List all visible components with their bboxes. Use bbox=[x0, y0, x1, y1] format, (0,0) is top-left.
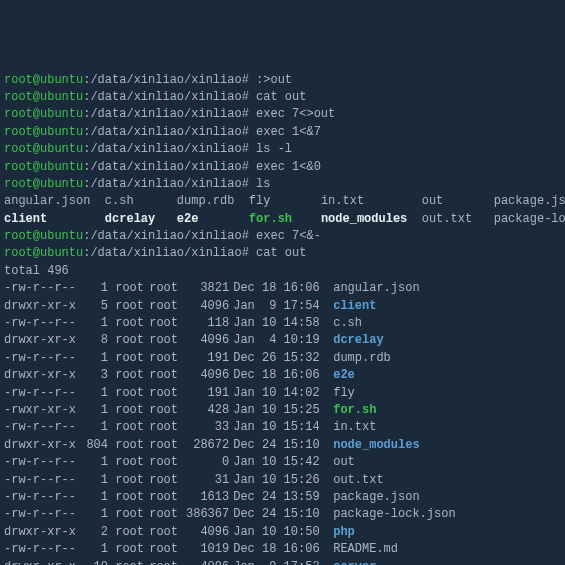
filename: out.txt bbox=[329, 472, 383, 489]
filename: out bbox=[329, 454, 355, 471]
owner: root bbox=[115, 350, 149, 367]
shell-prompt: root@ubuntu:/data/xinliao/xinliao# bbox=[4, 125, 249, 139]
total-line: total 496 bbox=[4, 263, 561, 280]
perm: -rw-r--r-- bbox=[4, 454, 82, 471]
shell-prompt: root@ubuntu:/data/xinliao/xinliao# bbox=[4, 90, 249, 104]
command-text: exec 7<>out bbox=[256, 107, 335, 121]
owner: root bbox=[115, 332, 149, 349]
ls-entry: angular.json bbox=[4, 194, 105, 208]
group: root bbox=[149, 385, 183, 402]
prompt-end: # bbox=[242, 160, 249, 174]
perm: -rw-r--r-- bbox=[4, 419, 82, 436]
ls-row: angular.json c.sh dump.rdb fly in.txt ou… bbox=[4, 193, 561, 210]
owner: root bbox=[115, 472, 149, 489]
file-row: -rw-r--r--1 rootroot191Dec 26 15:32dump.… bbox=[4, 350, 561, 367]
file-row: drwxr-xr-x2 rootroot4096Jan 10 10:50php bbox=[4, 524, 561, 541]
links: 1 bbox=[82, 489, 108, 506]
size: 31 bbox=[183, 472, 229, 489]
perm: -rw-r--r-- bbox=[4, 385, 82, 402]
links: 1 bbox=[82, 472, 108, 489]
file-row: -rw-r--r--1 rootroot1613Dec 24 13:59pack… bbox=[4, 489, 561, 506]
group: root bbox=[149, 506, 183, 523]
date: Jan 10 10:50 bbox=[229, 524, 329, 541]
prompt-user: root@ubuntu bbox=[4, 160, 83, 174]
size: 386367 bbox=[183, 506, 229, 523]
command-text: ls -l bbox=[256, 142, 292, 156]
ls-entry: e2e bbox=[177, 212, 249, 226]
prompt-user: root@ubuntu bbox=[4, 73, 83, 87]
ls-entry: fly bbox=[249, 194, 321, 208]
date: Dec 18 16:06 bbox=[229, 367, 329, 384]
file-row: -rw-r--r--1 rootroot0Jan 10 15:42out bbox=[4, 454, 561, 471]
prompt-user: root@ubuntu bbox=[4, 107, 83, 121]
file-row: -rwxr-xr-x1 rootroot428Jan 10 15:25for.s… bbox=[4, 402, 561, 419]
perm: -rw-r--r-- bbox=[4, 541, 82, 558]
links: 1 bbox=[82, 315, 108, 332]
links: 804 bbox=[82, 437, 108, 454]
owner: root bbox=[115, 315, 149, 332]
owner: root bbox=[115, 280, 149, 297]
date: Jan 10 14:02 bbox=[229, 385, 329, 402]
perm: -rw-r--r-- bbox=[4, 472, 82, 489]
file-row: drwxr-xr-x3 rootroot4096Dec 18 16:06e2e bbox=[4, 367, 561, 384]
group: root bbox=[149, 541, 183, 558]
links: 1 bbox=[82, 385, 108, 402]
prompt-end: # bbox=[242, 125, 249, 139]
filename: client bbox=[329, 298, 376, 315]
ls-entry: node_modules bbox=[321, 212, 422, 226]
prompt-path: /data/xinliao/xinliao bbox=[90, 229, 241, 243]
file-row: drwxr-xr-x8 rootroot4096Jan 4 10:19dcrel… bbox=[4, 332, 561, 349]
ls-entry: dcrelay bbox=[105, 212, 177, 226]
group: root bbox=[149, 332, 183, 349]
shell-prompt: root@ubuntu:/data/xinliao/xinliao# bbox=[4, 177, 249, 191]
size: 3821 bbox=[183, 280, 229, 297]
date: Dec 26 15:32 bbox=[229, 350, 329, 367]
group: root bbox=[149, 437, 183, 454]
owner: root bbox=[115, 489, 149, 506]
prompt-user: root@ubuntu bbox=[4, 246, 83, 260]
shell-prompt: root@ubuntu:/data/xinliao/xinliao# bbox=[4, 142, 249, 156]
group: root bbox=[149, 454, 183, 471]
owner: root bbox=[115, 298, 149, 315]
date: Jan 10 15:26 bbox=[229, 472, 329, 489]
owner: root bbox=[115, 541, 149, 558]
prompt-path: /data/xinliao/xinliao bbox=[90, 142, 241, 156]
owner: root bbox=[115, 367, 149, 384]
filename: package.json bbox=[329, 489, 419, 506]
date: Dec 18 16:06 bbox=[229, 541, 329, 558]
date: Jan 9 17:54 bbox=[229, 298, 329, 315]
prompt-path: /data/xinliao/xinliao bbox=[90, 160, 241, 174]
shell-prompt: root@ubuntu:/data/xinliao/xinliao# bbox=[4, 73, 249, 87]
perm: -rw-r--r-- bbox=[4, 315, 82, 332]
owner: root bbox=[115, 402, 149, 419]
perm: -rw-r--r-- bbox=[4, 280, 82, 297]
size: 191 bbox=[183, 350, 229, 367]
date: Jan 4 10:19 bbox=[229, 332, 329, 349]
links: 1 bbox=[82, 280, 108, 297]
size: 0 bbox=[183, 454, 229, 471]
group: root bbox=[149, 280, 183, 297]
perm: -rwxr-xr-x bbox=[4, 402, 82, 419]
links: 1 bbox=[82, 350, 108, 367]
size: 4096 bbox=[183, 332, 229, 349]
perm: -rw-r--r-- bbox=[4, 506, 82, 523]
ls-entry: out bbox=[422, 194, 494, 208]
links: 3 bbox=[82, 367, 108, 384]
command-text: :>out bbox=[256, 73, 292, 87]
date: Dec 24 13:59 bbox=[229, 489, 329, 506]
date: Dec 24 15:10 bbox=[229, 506, 329, 523]
command-text: ls bbox=[256, 177, 270, 191]
prompt-path: /data/xinliao/xinliao bbox=[90, 246, 241, 260]
group: root bbox=[149, 367, 183, 384]
terminal[interactable]: root@ubuntu:/data/xinliao/xinliao# :>out… bbox=[4, 72, 561, 565]
file-row: -rw-r--r--1 rootroot191Jan 10 14:02fly bbox=[4, 385, 561, 402]
date: Jan 9 17:52 bbox=[229, 559, 329, 566]
ls-entry: in.txt bbox=[321, 194, 422, 208]
prompt-end: # bbox=[242, 90, 249, 104]
links: 5 bbox=[82, 298, 108, 315]
shell-prompt: root@ubuntu:/data/xinliao/xinliao# bbox=[4, 107, 249, 121]
filename: php bbox=[329, 524, 355, 541]
perm: drwxr-xr-x bbox=[4, 298, 82, 315]
links: 8 bbox=[82, 332, 108, 349]
ls-entry: client bbox=[4, 212, 105, 226]
